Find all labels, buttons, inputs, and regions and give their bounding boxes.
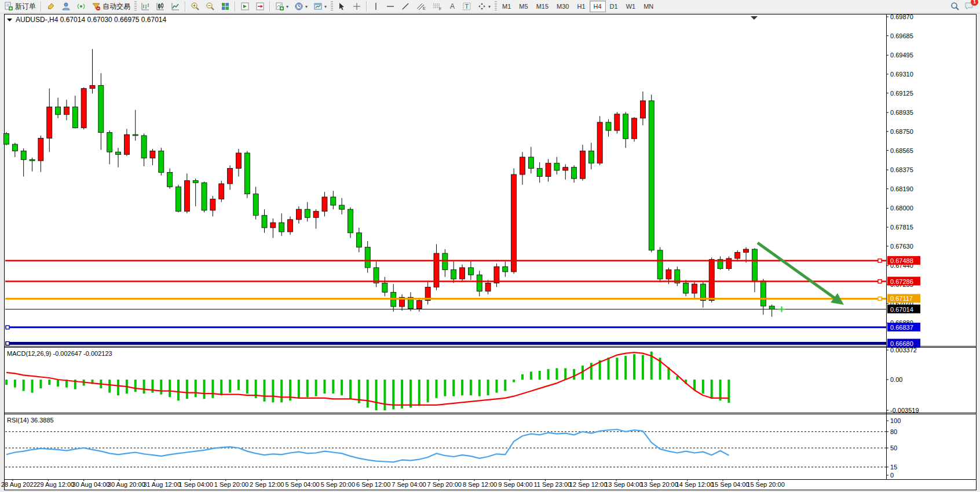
arrows-button[interactable]: ▾: [474, 0, 493, 13]
signals-button[interactable]: [74, 0, 89, 13]
timeframe-button-M1[interactable]: M1: [498, 1, 515, 12]
hline-handle[interactable]: [6, 326, 9, 329]
candle-body: [649, 101, 654, 250]
timeframe-button-M5[interactable]: M5: [515, 1, 532, 12]
timeframe-button-M30[interactable]: M30: [553, 1, 573, 12]
periods-button[interactable]: ▾: [291, 0, 310, 13]
new-order-button[interactable]: 新订单: [1, 0, 39, 13]
horizontal-line-button[interactable]: [383, 0, 398, 13]
toolbar-separator: [235, 1, 236, 12]
time-axis-label: 30 Aug 04:00: [72, 481, 110, 488]
candle-body: [382, 283, 387, 292]
candle-body: [468, 268, 473, 275]
candle-body: [331, 197, 336, 205]
candle-body: [752, 249, 757, 281]
timeframe-button-H4[interactable]: H4: [590, 1, 606, 12]
text-button[interactable]: A: [445, 0, 459, 13]
price-tick-label: 0.68375: [890, 166, 913, 173]
timeframe-button-M15[interactable]: M15: [532, 1, 553, 12]
candle-body: [184, 181, 189, 212]
time-axis-label: 2 Sep 12:00: [250, 481, 284, 488]
candlestick-button[interactable]: [153, 0, 168, 13]
cursor-arrow-icon: [337, 2, 346, 11]
candle-body: [477, 275, 482, 291]
candle-body: [760, 281, 766, 306]
auto-scroll-button[interactable]: [237, 0, 253, 13]
line-chart-icon: [171, 2, 180, 11]
arrows-icon: [477, 2, 487, 11]
chart-shift-button[interactable]: [253, 0, 268, 13]
svg-text:F: F: [439, 7, 441, 11]
candle-body: [451, 269, 456, 279]
candle-body: [554, 163, 560, 170]
horizontal-line-icon: [386, 2, 395, 11]
template-icon: [313, 2, 323, 11]
time-axis[interactable]: 28 Aug 202229 Aug 12:0030 Aug 04:0030 Au…: [1, 479, 785, 488]
equidistant-channel-button[interactable]: E: [413, 0, 429, 13]
timeframe-button-H1[interactable]: H1: [573, 1, 589, 12]
time-axis-label: 5 Sep 20:00: [321, 481, 355, 488]
hline-price-label: 0.66680: [890, 340, 913, 347]
candle-body: [150, 151, 155, 158]
zoom-in-button[interactable]: [188, 0, 203, 13]
bar-chart-button[interactable]: [138, 0, 153, 13]
macd-axis-label: 0.003372: [890, 347, 917, 353]
brush-icon: [46, 2, 56, 11]
line-chart-button[interactable]: [168, 0, 183, 13]
price-tick-label: 0.69125: [890, 90, 913, 97]
candle-body: [288, 220, 293, 232]
timeframe-button-W1[interactable]: W1: [622, 1, 640, 12]
templates-button[interactable]: ▾: [310, 0, 330, 13]
candle-body: [588, 151, 594, 163]
macd-axis-label: -0.003519: [890, 407, 919, 414]
timeframe-group: M1M5M15M30H1H4D1W1MN: [498, 1, 657, 12]
candle-body: [90, 85, 95, 88]
time-axis-label: 11 Sep 23:00: [534, 481, 572, 488]
candle-body: [210, 199, 215, 210]
auto-trading-label: 自动交易: [103, 2, 130, 12]
time-axis-label: 6 Sep 12:00: [356, 481, 390, 488]
timeframe-button-D1[interactable]: D1: [606, 1, 622, 12]
cursor-button[interactable]: [334, 0, 349, 13]
crosshair-button[interactable]: [349, 0, 364, 13]
hline-handle[interactable]: [6, 342, 9, 345]
toolbar-separator: [41, 1, 42, 12]
chart-window[interactable]: 0.698700.696850.694950.693100.691250.689…: [0, 13, 980, 492]
chart-shift-icon: [255, 2, 265, 11]
styler-button[interactable]: [43, 0, 58, 13]
search-icon[interactable]: [950, 2, 960, 11]
candle-body: [511, 174, 517, 272]
candle-body: [632, 118, 637, 139]
trendline-button[interactable]: [398, 0, 413, 13]
chart-canvas[interactable]: 0.698700.696850.694950.693100.691250.689…: [0, 13, 980, 492]
auto-trading-button[interactable]: 自动交易: [89, 0, 133, 13]
crosshair-icon: [352, 2, 361, 11]
chart-title: AUDUSD-,H4 0.67014 0.67030 0.66975 0.670…: [16, 16, 167, 24]
hline-handle[interactable]: [878, 280, 882, 283]
fibonacci-button[interactable]: F: [429, 0, 445, 13]
zoom-out-button[interactable]: [203, 0, 218, 13]
candle-body: [623, 114, 628, 139]
time-axis-label: 29 Aug 12:00: [36, 481, 74, 488]
toolbar-grip[interactable]: [331, 1, 333, 12]
candle-body: [322, 197, 327, 212]
vertical-line-button[interactable]: [369, 0, 383, 13]
hline-handle[interactable]: [878, 297, 882, 300]
candle-body: [416, 300, 422, 308]
hline-handle[interactable]: [878, 259, 882, 263]
candle-body: [193, 181, 198, 183]
notifications-button[interactable]: 1: [964, 1, 974, 12]
timeframe-button-MN[interactable]: MN: [639, 1, 657, 12]
toolbar-grip[interactable]: [495, 1, 497, 12]
main-toolbar: 新订单 自动交易 ▾ ▾: [0, 0, 980, 13]
toolbar-grip[interactable]: [134, 1, 137, 12]
text-label-button[interactable]: T: [459, 0, 474, 13]
candle-body: [597, 122, 602, 163]
profile-button[interactable]: [58, 0, 74, 13]
indicators-button[interactable]: ▾: [272, 0, 291, 13]
time-axis-label: 9 Sep 04:00: [498, 481, 532, 488]
candle-body: [219, 184, 224, 199]
tile-windows-button[interactable]: [218, 0, 233, 13]
candle-body: [253, 194, 258, 216]
candle-body: [348, 209, 353, 233]
